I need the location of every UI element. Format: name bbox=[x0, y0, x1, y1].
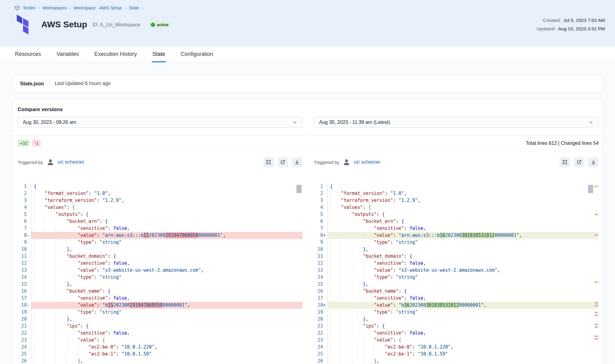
diff-marker bbox=[27, 211, 31, 218]
indent-guide bbox=[56, 330, 67, 336]
indent-guide bbox=[330, 337, 341, 343]
user-link[interactable]: uri scheiner bbox=[354, 159, 381, 165]
indent-guide bbox=[341, 330, 352, 336]
open-external-button[interactable] bbox=[574, 157, 584, 167]
expand-button[interactable] bbox=[263, 157, 274, 167]
diff-marker bbox=[323, 295, 327, 302]
indent-guide bbox=[330, 323, 341, 329]
minimap-mark bbox=[595, 214, 599, 215]
indent-guide bbox=[45, 302, 56, 308]
line-number: 17 bbox=[18, 295, 27, 302]
line-number: 13 bbox=[314, 267, 323, 274]
state-code-left[interactable]: 1{2 "format_version": "1.0",3 "terraform… bbox=[18, 183, 302, 364]
indent-guide bbox=[352, 267, 363, 273]
minimap-removed-bar bbox=[595, 234, 597, 236]
version-select-left[interactable]: Aug 30, 2023 - 09:26 am bbox=[18, 117, 302, 128]
code-text: "terraform_version": "1.2.9", bbox=[31, 197, 302, 204]
code-text: }, bbox=[31, 281, 302, 288]
code-text: "sensitive": false, bbox=[328, 330, 599, 337]
indent-guide bbox=[341, 233, 352, 238]
created-row: Created:Jul 5, 2023 7:02 AM bbox=[537, 18, 605, 23]
code-text: "sensitive": false, bbox=[328, 225, 599, 232]
download-button[interactable] bbox=[588, 157, 599, 167]
indent-guide bbox=[341, 253, 352, 259]
gutter: 13 bbox=[18, 267, 31, 274]
line-number: 3 bbox=[18, 197, 27, 204]
indent-guide bbox=[45, 212, 56, 217]
code-line-23: 23 "value": { bbox=[18, 337, 302, 344]
code-text: { bbox=[31, 183, 302, 190]
line-number: 18 bbox=[18, 302, 27, 309]
breadcrumb-link-workspaces[interactable]: Workspaces bbox=[43, 5, 67, 10]
line-number: 15 bbox=[314, 281, 323, 288]
avatar-icon bbox=[46, 158, 54, 166]
expand-button[interactable] bbox=[559, 157, 570, 167]
gutter: 5 bbox=[18, 211, 31, 218]
scrollbar-thumb[interactable] bbox=[588, 185, 593, 193]
line-number: 13 bbox=[18, 267, 27, 274]
diff-marker bbox=[27, 225, 31, 232]
user-link[interactable]: uri scheiner bbox=[58, 159, 84, 165]
code-text: "ec2-be-0": "10.0.1.220", bbox=[31, 344, 302, 351]
indent-guide bbox=[341, 212, 352, 217]
compare-card: Compare versions Aug 30, 2023 - 09:26 am… bbox=[12, 99, 603, 364]
breadcrumb-link-testim[interactable]: Testim bbox=[23, 5, 36, 10]
indent-guide bbox=[363, 330, 374, 336]
indent-guide bbox=[56, 274, 67, 280]
indent-guide bbox=[330, 358, 341, 364]
breadcrumb-link-state[interactable]: State bbox=[129, 5, 139, 10]
indent-guide bbox=[341, 260, 352, 266]
version-select-right[interactable]: Aug 30, 2023 - 11:39 am (Latest) bbox=[314, 117, 599, 128]
indent-guide bbox=[67, 337, 77, 343]
indent-guide bbox=[56, 226, 67, 231]
code-text: "values": { bbox=[328, 204, 599, 211]
code-line-2: 2 "format_version": "1.0", bbox=[314, 190, 599, 197]
indent-guide bbox=[45, 233, 56, 238]
line-number: 20 bbox=[18, 316, 27, 323]
indent-guide bbox=[330, 233, 341, 238]
breadcrumb: Testim›Workspaces›Workspace - AWS Setup›… bbox=[14, 5, 605, 11]
tab-configuration[interactable]: Configuration bbox=[180, 47, 214, 62]
minimap-removed-bar bbox=[595, 335, 597, 337]
line-number: 26 bbox=[18, 358, 27, 364]
indent-guide bbox=[352, 274, 363, 280]
code-line-17: 17 "sensitive": false, bbox=[18, 295, 302, 302]
scrollbar-thumb[interactable] bbox=[296, 185, 302, 193]
minimap-added-bar bbox=[598, 312, 599, 313]
code-line-4: 4 "values": { bbox=[18, 204, 302, 211]
code-text: "value": "b1620230830183853181200000001"… bbox=[328, 302, 599, 309]
breadcrumb-separator: › bbox=[142, 5, 143, 10]
breadcrumb-link-workspace-aws-setup[interactable]: Workspace - AWS Setup bbox=[73, 5, 122, 10]
chevron-down-icon bbox=[589, 120, 593, 125]
open-external-icon bbox=[280, 159, 285, 165]
line-number: 22 bbox=[314, 330, 323, 337]
line-number: 23 bbox=[314, 337, 323, 344]
expand-icon bbox=[562, 159, 568, 165]
open-external-button[interactable] bbox=[278, 157, 288, 167]
line-number: 5 bbox=[314, 211, 323, 218]
indent-guide bbox=[352, 316, 363, 322]
indent-guide bbox=[45, 274, 56, 280]
diff-marker bbox=[323, 344, 327, 351]
divider bbox=[49, 80, 50, 87]
page: Testim›Workspaces›Workspace - AWS Setup›… bbox=[0, 0, 615, 364]
code-line-20: 20 }, bbox=[18, 316, 302, 323]
line-number: 11 bbox=[314, 253, 323, 260]
indent-guide bbox=[341, 226, 352, 231]
tab-resources[interactable]: Resources bbox=[14, 47, 42, 62]
tab-variables[interactable]: Variables bbox=[56, 47, 80, 62]
tab-state[interactable]: State bbox=[152, 47, 166, 62]
indent-guide bbox=[352, 351, 363, 357]
code-line-1: 1{ bbox=[18, 183, 302, 190]
state-code-right[interactable]: 1{2 "format_version": "1.0",3 "terraform… bbox=[314, 183, 599, 364]
tab-execution-history[interactable]: Execution History bbox=[94, 47, 138, 62]
diff-marker bbox=[27, 253, 31, 260]
indent-guide bbox=[330, 281, 341, 287]
gutter: 4 bbox=[18, 204, 31, 211]
diff-marker bbox=[27, 183, 31, 190]
updated-row: Updated:Aug 10, 2023 3:31 PM bbox=[537, 26, 605, 32]
indent-guide bbox=[374, 351, 385, 357]
line-number: 2 bbox=[18, 190, 27, 197]
download-button[interactable] bbox=[292, 157, 302, 167]
indent-guide bbox=[34, 205, 45, 210]
